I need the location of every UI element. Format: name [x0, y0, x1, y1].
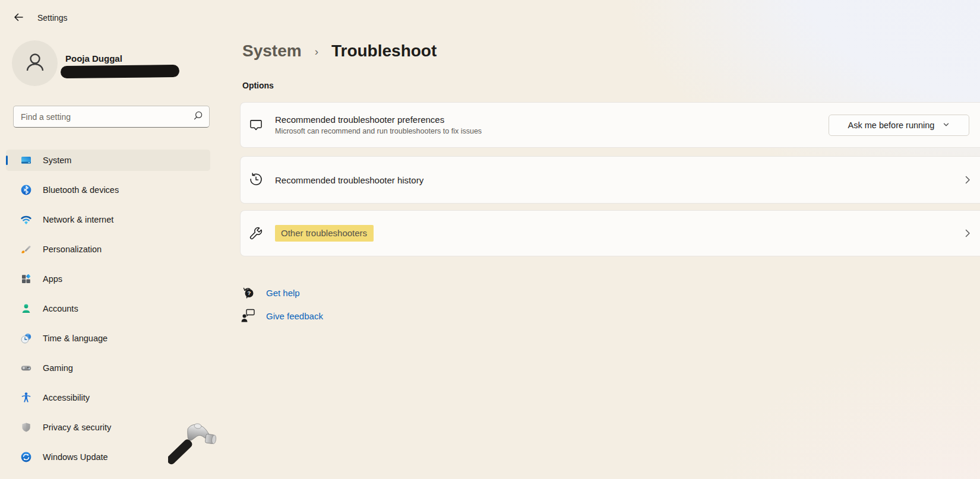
chevron-right-icon — [963, 229, 972, 238]
link-label: Give feedback — [266, 311, 323, 321]
privacy-security-icon — [20, 421, 32, 433]
card-recommended-troubleshooter-preferences: Recommended troubleshooter preferences M… — [240, 102, 980, 148]
sidebar-item-system[interactable]: System — [6, 150, 210, 171]
personalization-icon — [20, 243, 32, 255]
sidebar-item-windows-update[interactable]: Windows Update — [6, 446, 210, 468]
sidebar-item-apps[interactable]: Apps — [6, 268, 210, 290]
sidebar-item-network-internet[interactable]: Network & internet — [6, 209, 210, 230]
email-redaction-bar — [61, 65, 179, 78]
breadcrumb-system[interactable]: System — [242, 42, 302, 61]
avatar — [12, 40, 58, 86]
search-input[interactable] — [21, 112, 193, 122]
give-feedback-icon — [240, 308, 256, 323]
person-icon — [22, 49, 48, 78]
card-other-troubleshooters[interactable]: Other troubleshooters — [240, 210, 980, 256]
sidebar-item-bluetooth-devices[interactable]: Bluetooth & devices — [6, 179, 210, 201]
sidebar-item-time-language[interactable]: Time & language — [6, 328, 210, 349]
wrench-icon — [248, 226, 264, 241]
dropdown-value: Ask me before running — [848, 120, 935, 130]
page-title: Troubleshoot — [331, 42, 437, 61]
network-icon — [20, 214, 32, 226]
sidebar-item-label: Windows Update — [43, 452, 108, 462]
give-feedback-link[interactable]: Give feedback — [240, 308, 323, 323]
back-arrow-icon — [12, 11, 24, 26]
history-icon — [248, 172, 264, 188]
feedback-bubble-icon — [248, 118, 264, 133]
sidebar-item-label: Gaming — [43, 363, 73, 373]
sidebar-item-label: Privacy & security — [43, 423, 111, 432]
get-help-link[interactable]: ? Get help — [240, 285, 300, 300]
sidebar-item-label: Bluetooth & devices — [43, 185, 119, 195]
link-label: Get help — [266, 288, 300, 298]
sidebar-item-label: Accessibility — [43, 393, 90, 402]
time-language-icon — [20, 332, 32, 344]
app-title: Settings — [37, 13, 68, 23]
sidebar-item-label: Apps — [43, 274, 62, 284]
sidebar-item-accounts[interactable]: Accounts — [6, 298, 210, 319]
breadcrumb-separator-icon: › — [315, 45, 318, 58]
windows-update-icon — [20, 451, 32, 463]
card-subtitle: Microsoft can recommend and run troubles… — [275, 126, 482, 137]
sidebar-item-label: Network & internet — [43, 215, 113, 224]
accounts-icon — [20, 303, 32, 315]
search-box[interactable] — [13, 106, 210, 128]
troubleshooter-preference-dropdown[interactable]: Ask me before running — [829, 115, 969, 136]
accessibility-icon — [20, 392, 32, 404]
card-title: Other troubleshooters — [281, 228, 367, 238]
sidebar-item-label: Time & language — [43, 334, 108, 343]
sidebar-item-personalization[interactable]: Personalization — [6, 239, 210, 260]
highlight-annotation: Other troubleshooters — [275, 225, 374, 242]
sidebar-item-gaming[interactable]: Gaming — [6, 357, 210, 379]
back-button[interactable] — [11, 11, 26, 26]
sidebar-item-label: Personalization — [43, 245, 102, 254]
sidebar-nav: System Bluetooth & devices Network & int… — [6, 150, 210, 476]
breadcrumb: System › Troubleshoot — [242, 42, 437, 61]
gaming-icon — [20, 362, 32, 374]
chevron-down-icon — [943, 120, 950, 130]
card-title: Recommended troubleshooter preferences — [275, 113, 482, 126]
sidebar-item-accessibility[interactable]: Accessibility — [6, 387, 210, 408]
apps-icon — [20, 273, 32, 285]
system-icon — [20, 154, 32, 166]
sidebar-item-label: System — [43, 156, 71, 165]
card-title: Recommended troubleshooter history — [275, 174, 423, 186]
section-label-options: Options — [242, 81, 274, 90]
bluetooth-icon — [20, 184, 32, 196]
sidebar-item-label: Accounts — [43, 304, 78, 313]
search-icon — [193, 110, 203, 123]
profile-name: Pooja Duggal — [65, 53, 122, 64]
svg-text:?: ? — [248, 290, 251, 296]
card-recommended-troubleshooter-history[interactable]: Recommended troubleshooter history — [240, 156, 980, 204]
chevron-right-icon — [963, 175, 972, 185]
get-help-icon: ? — [240, 285, 256, 300]
sidebar-item-privacy-security[interactable]: Privacy & security — [6, 417, 210, 438]
